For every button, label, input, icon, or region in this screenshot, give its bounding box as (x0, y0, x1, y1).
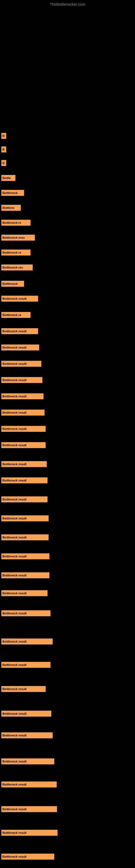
bar-label: Bottleneck re (1, 251, 21, 254)
bar-row: B (1, 133, 6, 139)
bar-row: Bottleneck result (1, 733, 53, 738)
bar-row: Bottleneck result (1, 516, 49, 521)
bar-row: Bottlene (1, 205, 21, 211)
bar-label: Bottle (1, 176, 11, 180)
bar-row: Bottle (1, 175, 15, 181)
bar-label: Bottleneck result (1, 395, 27, 398)
bar-label: Bottleneck result (1, 536, 27, 539)
bar-row: Bottleneck result (1, 534, 49, 540)
bar-label: Bottleneck result (1, 517, 27, 520)
bar-label: Bottleneck (1, 191, 17, 194)
bar-label: Bottleneck result (1, 640, 27, 643)
bar-row: Bottleneck result (1, 662, 50, 668)
bar-label: Bottleneck res (1, 266, 23, 269)
bar-label: Bottleneck result (1, 734, 27, 737)
bar-label: Bottleneck result (1, 479, 27, 482)
bar-row: Bottleneck result (1, 854, 54, 860)
bar-row: Bottleneck result (1, 344, 39, 350)
bar-label: Bottleneck result (1, 330, 27, 333)
bar-label: Bottleneck result (1, 831, 27, 834)
bar-label: Bottleneck (1, 282, 17, 285)
bar-label: Bottleneck result (1, 663, 27, 666)
bar-row: Bottleneck result (1, 496, 48, 502)
bar-row: Bottleneck result (1, 590, 48, 596)
bar-label: B (1, 161, 5, 165)
bar-label: Bottleneck result (1, 592, 27, 595)
bar-row: Bottleneck (1, 190, 24, 196)
bar-row: Bottleneck re (1, 250, 31, 255)
bar-label: Bottleneck result (1, 443, 27, 447)
bar-row: B (1, 147, 6, 152)
bar-row: Bottleneck result (1, 758, 54, 764)
bar-label: Bottleneck re (1, 221, 21, 224)
bar-label: Bottleneck result (1, 612, 27, 615)
bar-label: Bottleneck result (1, 297, 27, 300)
bar-label: Bottleneck result (1, 498, 27, 501)
bar-row: Bottleneck result (1, 361, 41, 367)
bar-row: B (1, 160, 6, 166)
bar-row: Bottleneck result (1, 426, 46, 432)
bar-row: Bottleneck result (1, 806, 57, 812)
bar-label: Bottleneck result (1, 555, 27, 558)
bar-label: Bottleneck re (1, 313, 21, 316)
bar-label: Bottleneck result (1, 687, 27, 691)
bar-label: B (1, 134, 5, 137)
bar-label: B (1, 148, 5, 151)
bar-row: Bottleneck result (1, 830, 57, 836)
bar-row: Bottleneck resu (1, 235, 35, 241)
bar-label: Bottleneck result (1, 362, 27, 365)
bar-label: Bottleneck result (1, 411, 27, 414)
bar-label: Bottleneck result (1, 574, 27, 577)
bar-label: Bottleneck result (1, 463, 27, 466)
bar-row: Bottleneck result (1, 328, 38, 334)
bar-row: Bottleneck result (1, 410, 45, 415)
bar-row: Bottleneck result (1, 572, 49, 578)
bar-row: Bottleneck res (1, 265, 33, 271)
bar-label: Bottleneck result (1, 378, 27, 382)
bar-label: Bottleneck result (1, 346, 27, 349)
bar-row: Bottleneck result (1, 461, 47, 467)
bar-row: Bottleneck result (1, 639, 53, 645)
bar-label: Bottlene (1, 206, 14, 209)
bar-row: Bottleneck result (1, 781, 57, 787)
bar-row: Bottleneck result (1, 711, 51, 717)
bar-label: Bottleneck resu (1, 236, 25, 239)
bar-label: Bottleneck result (1, 855, 27, 858)
bar-row: Bottleneck result (1, 686, 46, 692)
bar-row: Bottleneck result (1, 477, 48, 484)
bar-label: Bottleneck result (1, 807, 27, 811)
bar-label: Bottleneck result (1, 712, 27, 715)
bar-row: Bottleneck result (1, 377, 42, 383)
bar-row: Bottleneck re (1, 312, 31, 318)
bar-row: Bottleneck result (1, 610, 50, 616)
bar-row: Bottleneck (1, 281, 24, 287)
bar-label: Bottleneck result (1, 783, 27, 786)
bar-row: Bottleneck result (1, 393, 43, 399)
bar-row: Bottleneck result (1, 553, 49, 559)
bar-row: Bottleneck result (1, 442, 46, 448)
bar-row: Bottleneck result (1, 296, 38, 302)
bar-row: Bottleneck re (1, 220, 31, 226)
bar-label: Bottleneck result (1, 427, 27, 431)
site-title: TheBottlenecker.com (50, 2, 85, 6)
bar-label: Bottleneck result (1, 760, 27, 763)
